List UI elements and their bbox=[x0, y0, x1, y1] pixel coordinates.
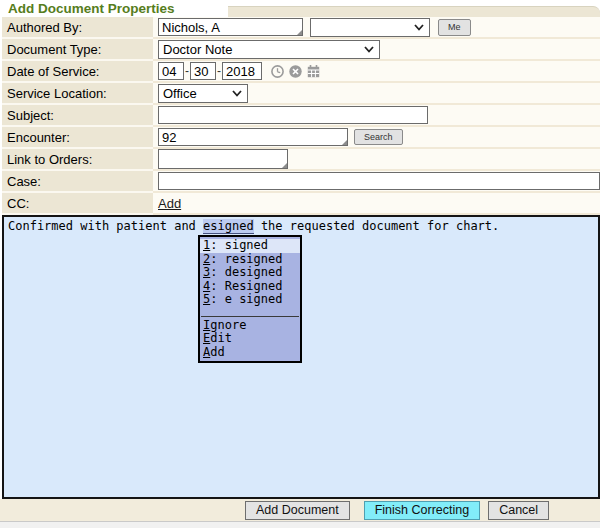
encounter-search-button[interactable]: Search bbox=[354, 129, 403, 145]
spellcheck-ignore[interactable]: Ignore bbox=[200, 319, 300, 333]
chevron-down-icon bbox=[414, 24, 424, 31]
spellcheck-suggestion[interactable]: 5: e signed bbox=[200, 293, 300, 307]
finish-correcting-button[interactable]: Finish Correcting bbox=[364, 501, 480, 520]
date-day-input[interactable] bbox=[190, 62, 216, 80]
row-date-of-service: Date of Service: - - bbox=[2, 61, 600, 83]
spellcheck-add[interactable]: Add bbox=[200, 346, 300, 360]
case-input[interactable] bbox=[158, 172, 600, 190]
authored-by-input[interactable] bbox=[158, 18, 303, 36]
resize-grip-icon[interactable] bbox=[342, 140, 347, 145]
spellcheck-suggestion[interactable]: 2: resigned bbox=[200, 253, 300, 267]
page-bottom-strip bbox=[0, 521, 600, 528]
subject-input[interactable] bbox=[158, 106, 428, 124]
spellcheck-suggestion[interactable]: 1: signed bbox=[200, 239, 300, 253]
cancel-button[interactable]: Cancel bbox=[488, 501, 549, 520]
row-case: Case: bbox=[2, 171, 600, 193]
date-year-input[interactable] bbox=[222, 62, 262, 80]
row-encounter: Encounter: Search bbox=[2, 127, 600, 149]
authored-by-label: Authored By: bbox=[2, 17, 153, 39]
calendar-icon[interactable] bbox=[307, 65, 320, 78]
row-cc: CC: Add bbox=[2, 193, 600, 215]
spellcheck-suggestion[interactable]: 3: designed bbox=[200, 266, 300, 280]
date-month-input[interactable] bbox=[158, 62, 184, 80]
resize-grip-icon[interactable] bbox=[282, 163, 287, 168]
row-subject: Subject: bbox=[2, 105, 600, 127]
cc-add-link[interactable]: Add bbox=[158, 196, 181, 211]
cc-label: CC: bbox=[2, 193, 153, 215]
chevron-down-icon bbox=[232, 90, 242, 97]
date-of-service-label: Date of Service: bbox=[2, 61, 153, 83]
me-button[interactable]: Me bbox=[438, 19, 471, 36]
menu-separator bbox=[201, 316, 299, 317]
link-to-orders-input[interactable] bbox=[158, 149, 288, 169]
document-type-select[interactable]: Doctor Note bbox=[158, 40, 380, 59]
service-location-label: Service Location: bbox=[2, 83, 153, 105]
editor-text-after: the requested document for chart. bbox=[254, 219, 500, 233]
misspelled-word[interactable]: esigned bbox=[203, 219, 254, 234]
row-link-to-orders: Link to Orders: bbox=[2, 149, 600, 171]
document-properties-form: Authored By: Me Document Type: Doctor No… bbox=[2, 17, 600, 215]
subject-label: Subject: bbox=[2, 105, 153, 127]
clear-date-icon[interactable] bbox=[289, 65, 302, 78]
spellcheck-menu: 1: signed 2: resigned 3: designed 4: Res… bbox=[198, 235, 302, 363]
editor-text-before: Confirmed with patient and bbox=[8, 219, 203, 233]
encounter-input[interactable] bbox=[158, 128, 348, 146]
chevron-down-icon bbox=[364, 46, 374, 53]
row-authored-by: Authored By: Me bbox=[2, 17, 600, 39]
row-service-location: Service Location: Office bbox=[2, 83, 600, 105]
page-title: Add Document Properties bbox=[8, 1, 175, 16]
resize-grip-icon[interactable] bbox=[297, 30, 302, 35]
document-type-label: Document Type: bbox=[2, 39, 153, 61]
service-location-select[interactable]: Office bbox=[158, 84, 248, 103]
case-label: Case: bbox=[2, 171, 153, 193]
row-document-type: Document Type: Doctor Note bbox=[2, 39, 600, 61]
fieldset-top-border bbox=[228, 6, 600, 17]
encounter-label: Encounter: bbox=[2, 127, 153, 149]
add-document-button[interactable]: Add Document bbox=[245, 501, 350, 520]
footer-button-bar: Add Document Finish Correcting Cancel bbox=[0, 499, 600, 521]
spellcheck-edit[interactable]: Edit bbox=[200, 332, 300, 346]
clock-icon[interactable] bbox=[271, 65, 284, 78]
authored-by-select[interactable] bbox=[310, 18, 430, 37]
spellcheck-suggestion[interactable]: 4: Resigned bbox=[200, 280, 300, 294]
link-to-orders-label: Link to Orders: bbox=[2, 149, 153, 171]
menu-spacer bbox=[200, 307, 300, 316]
